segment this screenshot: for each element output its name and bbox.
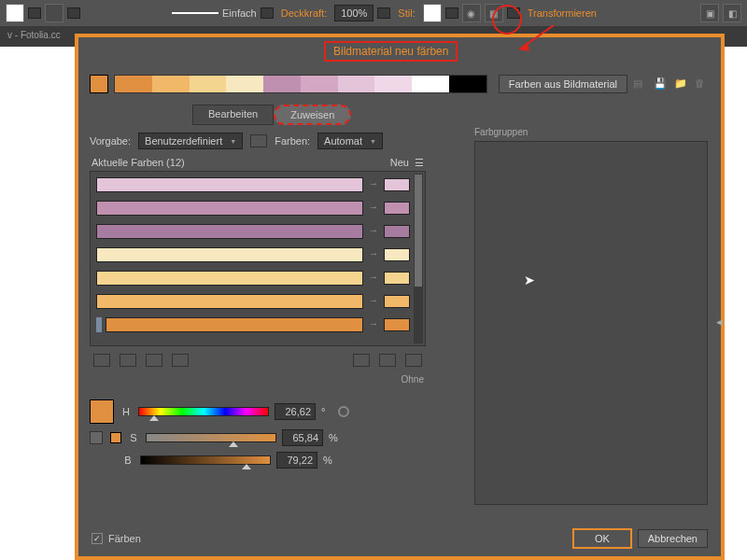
recolor-artwork-icon[interactable]: ◉ bbox=[462, 4, 481, 22]
arrow-icon[interactable]: → bbox=[367, 295, 380, 308]
arrow-icon[interactable]: → bbox=[367, 318, 380, 331]
flyout-arrow-icon[interactable]: ◀ bbox=[716, 317, 723, 327]
color-bar[interactable] bbox=[96, 271, 363, 286]
b-label: B bbox=[121, 455, 134, 466]
ok-button[interactable]: OK bbox=[572, 528, 632, 549]
checkbox-icon: ✓ bbox=[92, 533, 103, 544]
tab-assign[interactable]: Zuweisen bbox=[274, 105, 351, 125]
new-color-chip[interactable] bbox=[384, 178, 410, 191]
b-slider[interactable] bbox=[140, 455, 271, 465]
style-dropdown[interactable] bbox=[445, 7, 458, 19]
isolate-icon[interactable]: ▣ bbox=[700, 4, 719, 22]
color-bar[interactable] bbox=[106, 317, 363, 332]
s-swatch bbox=[110, 432, 121, 443]
stroke-style-dropdown[interactable] bbox=[261, 7, 274, 19]
new-color-chip[interactable] bbox=[384, 225, 410, 238]
color-bar[interactable] bbox=[96, 247, 363, 262]
active-color-swatch[interactable] bbox=[90, 75, 108, 93]
opacity-label: Deckkraft: bbox=[277, 7, 331, 19]
colorgroups-box[interactable] bbox=[474, 141, 708, 505]
style-label: Stil: bbox=[394, 7, 418, 19]
mask-icon[interactable]: ◧ bbox=[723, 4, 741, 22]
colors-label: Farben: bbox=[275, 135, 310, 147]
opacity-value[interactable]: 100% bbox=[334, 5, 374, 21]
scrollbar[interactable] bbox=[414, 174, 423, 343]
color-bar[interactable] bbox=[96, 177, 363, 192]
align-dropdown[interactable] bbox=[507, 7, 520, 19]
color-row[interactable]: → bbox=[96, 245, 410, 265]
preset-label: Vorgabe: bbox=[90, 135, 131, 147]
new-color-chip[interactable] bbox=[384, 295, 410, 308]
h-value[interactable]: 26,62 bbox=[275, 403, 316, 420]
exclude-icon[interactable] bbox=[146, 354, 162, 367]
s-value[interactable]: 65,84 bbox=[282, 429, 323, 446]
cursor-icon: ➤ bbox=[524, 273, 535, 287]
h-label: H bbox=[120, 406, 133, 417]
h-slider[interactable] bbox=[138, 407, 269, 416]
color-row[interactable]: → bbox=[96, 198, 410, 218]
preset-options-icon[interactable] bbox=[250, 134, 267, 147]
recolor-dialog: Bildmaterial neu färben Farben aus Bildm… bbox=[75, 34, 725, 560]
current-colors-header: Aktuelle Farben (12) bbox=[92, 157, 185, 169]
new-color-chip[interactable] bbox=[384, 272, 410, 285]
link-icon[interactable] bbox=[338, 406, 349, 417]
colormode-icon[interactable] bbox=[90, 431, 103, 444]
arrow-icon[interactable]: → bbox=[367, 178, 380, 191]
transform-label[interactable]: Transformieren bbox=[524, 7, 600, 19]
arrow-icon[interactable]: → bbox=[367, 272, 380, 285]
s-label: S bbox=[127, 432, 140, 443]
color-row[interactable]: → bbox=[96, 175, 410, 195]
colorgroups-label: Farbgruppen bbox=[474, 127, 708, 137]
merge-icon[interactable] bbox=[93, 354, 110, 367]
fill-dropdown[interactable] bbox=[28, 7, 41, 19]
new-color-chip[interactable] bbox=[384, 202, 410, 215]
folder-icon[interactable]: 📁 bbox=[674, 77, 689, 91]
tab-edit[interactable]: Bearbeiten bbox=[192, 105, 274, 125]
new-color-chip[interactable] bbox=[384, 248, 410, 261]
color-row[interactable]: → bbox=[96, 315, 410, 335]
color-bar[interactable] bbox=[96, 201, 363, 216]
colors-from-artwork-button[interactable]: Farben aus Bildmaterial bbox=[499, 75, 627, 93]
s-slider[interactable] bbox=[146, 433, 276, 442]
scroll-thumb[interactable] bbox=[415, 175, 422, 287]
stroke-line bbox=[172, 12, 218, 14]
new-row-icon[interactable] bbox=[172, 354, 189, 367]
stroke-swatch[interactable] bbox=[45, 4, 63, 22]
colors-select[interactable]: Automat bbox=[317, 133, 383, 149]
style-swatch[interactable] bbox=[423, 4, 442, 22]
find-icon[interactable] bbox=[353, 354, 370, 367]
color-list: →→→→→→→ bbox=[90, 171, 426, 346]
color-strip[interactable] bbox=[114, 75, 487, 93]
preset-select[interactable]: Benutzerdefiniert bbox=[138, 133, 243, 149]
none-label: Ohne bbox=[92, 374, 424, 385]
dialog-title: Bildmaterial neu färben bbox=[324, 41, 458, 62]
cancel-button[interactable]: Abbrechen bbox=[638, 529, 708, 548]
recolor-checkbox[interactable]: ✓ Färben bbox=[92, 533, 141, 544]
opacity-dropdown[interactable] bbox=[377, 7, 390, 19]
color-row[interactable]: → bbox=[96, 221, 410, 242]
separate-icon[interactable] bbox=[120, 354, 136, 367]
arrow-icon[interactable]: → bbox=[367, 248, 380, 261]
color-bar[interactable] bbox=[96, 294, 363, 309]
color-row[interactable]: → bbox=[96, 291, 410, 312]
align-icon[interactable]: ▦ bbox=[485, 4, 503, 22]
color-bar[interactable] bbox=[96, 224, 363, 239]
new-color-chip[interactable] bbox=[384, 318, 410, 331]
hsb-swatch[interactable] bbox=[90, 399, 114, 424]
stroke-dropdown[interactable] bbox=[67, 7, 80, 19]
stroke-style-label: Einfach bbox=[222, 7, 257, 19]
trash-icon[interactable]: 🗑 bbox=[695, 77, 710, 91]
b-value[interactable]: 79,22 bbox=[276, 452, 317, 469]
color-row[interactable]: → bbox=[96, 268, 410, 288]
arrow-icon[interactable]: → bbox=[367, 202, 380, 215]
random-icon[interactable] bbox=[405, 354, 422, 367]
new-header: Neu bbox=[390, 157, 409, 168]
arrow-icon[interactable]: → bbox=[367, 225, 380, 238]
new-group-icon[interactable]: ▤ bbox=[633, 77, 648, 91]
swap-icon[interactable] bbox=[379, 354, 396, 367]
fill-swatch[interactable] bbox=[6, 4, 24, 22]
save-group-icon[interactable]: 💾 bbox=[654, 77, 669, 91]
app-toolbar: Einfach Deckkraft: 100% Stil: ◉ ▦ Transf… bbox=[0, 0, 747, 26]
